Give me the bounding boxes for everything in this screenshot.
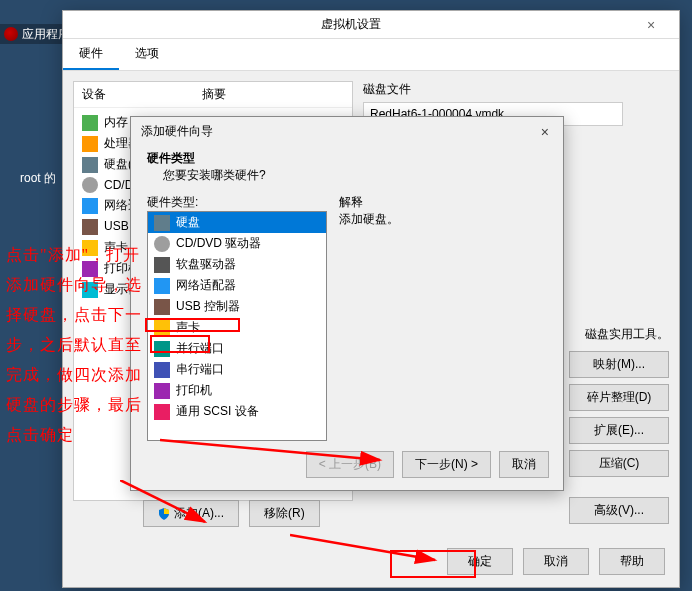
hardware-type-label: 通用 SCSI 设备: [176, 403, 259, 420]
help-button[interactable]: 帮助: [599, 548, 665, 575]
hardware-type-label: 串行端口: [176, 361, 224, 378]
wizard-hardware-item[interactable]: CD/DVD 驱动器: [148, 233, 326, 254]
cancel-button[interactable]: 取消: [523, 548, 589, 575]
hardware-type-icon: [154, 215, 170, 231]
wizard-hardware-item[interactable]: 网络适配器: [148, 275, 326, 296]
hardware-type-icon: [154, 299, 170, 315]
hardware-type-label: 并行端口: [176, 340, 224, 357]
wizard-title: 添加硬件向导: [141, 123, 537, 140]
settings-titlebar: 虚拟机设置 ×: [63, 11, 679, 39]
map-button[interactable]: 映射(M)...: [569, 351, 669, 378]
wizard-next-button[interactable]: 下一步(N) >: [402, 451, 491, 478]
device-icon: [82, 177, 98, 193]
wizard-list-label: 硬件类型:: [147, 194, 327, 211]
wizard-hardware-item[interactable]: 打印机: [148, 380, 326, 401]
wizard-hardware-item[interactable]: 软盘驱动器: [148, 254, 326, 275]
settings-title: 虚拟机设置: [71, 16, 631, 33]
hardware-type-label: 声卡: [176, 319, 200, 336]
wizard-hardware-item[interactable]: 声卡: [148, 317, 326, 338]
device-icon: [82, 136, 98, 152]
hardware-type-icon: [154, 320, 170, 336]
hardware-type-icon: [154, 278, 170, 294]
hardware-type-icon: [154, 257, 170, 273]
hardware-type-label: 网络适配器: [176, 277, 236, 294]
hardware-type-icon: [154, 236, 170, 252]
wizard-hardware-item[interactable]: USB 控制器: [148, 296, 326, 317]
device-icon: [82, 198, 98, 214]
redhat-icon: [4, 27, 18, 41]
wizard-cancel-button[interactable]: 取消: [499, 451, 549, 478]
wizard-back-button: < 上一步(B): [306, 451, 394, 478]
hardware-type-label: 打印机: [176, 382, 212, 399]
compact-button[interactable]: 压缩(C): [569, 450, 669, 477]
header-summary: 摘要: [202, 86, 226, 103]
add-hardware-wizard: 添加硬件向导 × 硬件类型 您要安装哪类硬件? 硬件类型: 硬盘CD/DVD 驱…: [130, 116, 564, 491]
tab-options[interactable]: 选项: [119, 39, 175, 70]
wizard-explain-label: 解释: [339, 194, 547, 211]
wizard-hardware-item[interactable]: 通用 SCSI 设备: [148, 401, 326, 422]
expand-button[interactable]: 扩展(E)...: [569, 417, 669, 444]
hardware-type-icon: [154, 341, 170, 357]
hardware-type-list[interactable]: 硬盘CD/DVD 驱动器软盘驱动器网络适配器USB 控制器声卡并行端口串行端口打…: [147, 211, 327, 441]
hardware-type-icon: [154, 362, 170, 378]
hardware-type-label: 硬盘: [176, 214, 200, 231]
instruction-annotation: 点击"添加"，打开添加硬件向导，选择硬盘，点击下一步，之后默认直至完成，做四次添…: [6, 240, 156, 450]
add-hardware-button[interactable]: 添加(A)...: [143, 500, 239, 527]
uac-shield-icon: [158, 508, 170, 520]
remove-hardware-button[interactable]: 移除(R): [249, 500, 320, 527]
settings-close-icon[interactable]: ×: [631, 17, 671, 33]
hardware-type-label: USB 控制器: [176, 298, 240, 315]
hardware-type-icon: [154, 383, 170, 399]
tab-hardware[interactable]: 硬件: [63, 39, 119, 70]
hardware-type-icon: [154, 404, 170, 420]
hardware-type-label: CD/DVD 驱动器: [176, 235, 261, 252]
wizard-subheading: 您要安装哪类硬件?: [147, 167, 547, 184]
wizard-hardware-item[interactable]: 硬盘: [148, 212, 326, 233]
device-icon: [82, 157, 98, 173]
device-icon: [82, 219, 98, 235]
wizard-explain-text: 添加硬盘。: [339, 211, 547, 228]
device-icon: [82, 115, 98, 131]
root-folder-label: root 的: [20, 170, 56, 187]
hardware-type-label: 软盘驱动器: [176, 256, 236, 273]
defrag-button[interactable]: 碎片整理(D): [569, 384, 669, 411]
wizard-close-icon[interactable]: ×: [537, 124, 553, 140]
wizard-hardware-item[interactable]: 并行端口: [148, 338, 326, 359]
wizard-hardware-item[interactable]: 串行端口: [148, 359, 326, 380]
advanced-button[interactable]: 高级(V)...: [569, 497, 669, 524]
add-button-label: 添加(A)...: [174, 505, 224, 522]
settings-tabs: 硬件 选项: [63, 39, 679, 71]
wizard-heading: 硬件类型: [147, 150, 547, 167]
header-device: 设备: [82, 86, 202, 103]
ok-button[interactable]: 确定: [447, 548, 513, 575]
disk-file-label: 磁盘文件: [363, 81, 669, 98]
